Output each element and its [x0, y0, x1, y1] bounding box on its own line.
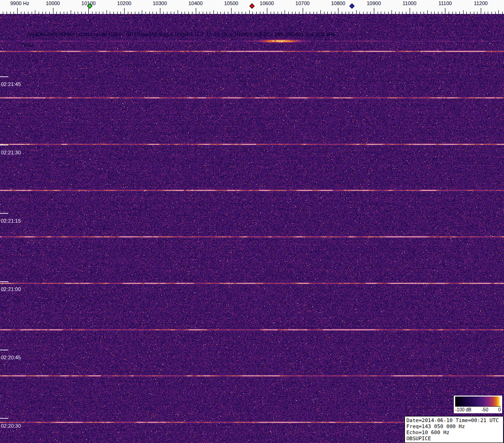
ruler-tick — [463, 10, 464, 14]
ruler-tick — [213, 10, 214, 14]
ruler-tick — [267, 8, 267, 14]
detection-annotation: 20140610002152564 hCnt14 nb-86 f10601 hi… — [27, 32, 335, 37]
time-label: 02:21:15 — [1, 218, 21, 224]
time-label: 02:21:00 — [1, 286, 21, 292]
ruler-label: 10700 — [295, 0, 310, 6]
ruler-tick — [481, 8, 481, 14]
ruler-label: 10900 — [367, 0, 381, 6]
ruler-label: 10200 — [117, 0, 132, 6]
marker-diamond-red[interactable] — [250, 3, 255, 8]
ruler-tick — [17, 8, 18, 14]
time-label: 02:20:30 — [1, 423, 21, 429]
colorbar-label-max: 0 — [498, 407, 501, 412]
ruler-label: 10300 — [153, 0, 167, 6]
marker-diamond-blue[interactable] — [349, 3, 354, 8]
ruler-label: 9900 Hz — [10, 0, 29, 6]
spectrogram-canvas — [0, 14, 504, 443]
ruler-tick — [427, 10, 428, 14]
spectrogram-app: 9900 Hz100001010010200103001040010500106… — [0, 0, 504, 443]
time-tick — [0, 145, 8, 145]
ruler-label: 10600 — [260, 0, 274, 6]
info-echo-frequency: Echo=10 600 Hz — [406, 430, 502, 436]
time-tick — [0, 76, 8, 77]
ruler-tick — [338, 8, 338, 14]
ruler-tick — [374, 8, 374, 14]
time-tick — [0, 350, 8, 350]
time-label: 02:21:45 — [1, 81, 21, 87]
colorbar-label-min: -100 dB — [455, 407, 471, 412]
ruler-label: 10500 — [224, 0, 239, 6]
ruler-tick — [231, 8, 232, 14]
colorbar: -100 dB -50 0 — [454, 396, 502, 413]
observation-info-box: Date=2014-06-10 Time=00:21 UTC Freq=143 … — [405, 416, 504, 443]
ruler-tick — [356, 10, 357, 14]
ruler-tick — [142, 10, 142, 14]
ruler-tick — [71, 10, 71, 14]
time-label: 02:20:45 — [1, 355, 21, 360]
frequency-ruler[interactable]: 9900 Hz100001010010200103001040010500106… — [0, 0, 504, 14]
ruler-label: 10400 — [188, 0, 203, 6]
time-tick — [0, 418, 8, 419]
colorbar-gradient — [455, 397, 501, 407]
ruler-tick — [160, 8, 160, 14]
ruler-label: 11200 — [474, 0, 488, 6]
ruler-tick — [303, 8, 303, 14]
ruler-tick — [196, 8, 196, 14]
ruler-label: 11000 — [403, 0, 417, 6]
colorbar-labels: -100 dB -50 0 — [455, 407, 501, 413]
ruler-label: 11100 — [438, 0, 452, 6]
ruler-tick — [35, 10, 35, 14]
info-station: OBSUPICE — [406, 436, 502, 442]
ruler-tick — [88, 8, 89, 14]
info-date-time: Date=2014-06-10 Time=00:21 UTC — [406, 417, 502, 423]
ruler-tick — [53, 8, 53, 14]
time-tick — [0, 281, 8, 282]
ruler-label: 10800 — [331, 0, 345, 6]
ruler-tick — [391, 10, 392, 14]
ruler-tick — [124, 8, 125, 14]
waterfall-area: 20140610002152564 hCnt14 nb-86 f10601 hi… — [0, 14, 504, 443]
ruler-tick — [178, 10, 178, 14]
time-tick — [0, 213, 8, 214]
ruler-tick — [106, 10, 107, 14]
colorbar-label-mid: -50 — [482, 407, 488, 412]
ruler-tick — [249, 10, 250, 14]
ruler-label: 10000 — [46, 0, 60, 6]
ruler-tick — [320, 10, 321, 14]
ruler-tick — [410, 8, 410, 14]
time-cursor-label: ^t+52 — [21, 42, 34, 48]
time-label: 02:21:30 — [1, 150, 21, 155]
ruler-tick — [285, 10, 285, 14]
ruler-tick — [498, 10, 499, 14]
ruler-tick — [445, 8, 445, 14]
info-frequency: Freq=143 050 000 Hz — [406, 423, 502, 430]
